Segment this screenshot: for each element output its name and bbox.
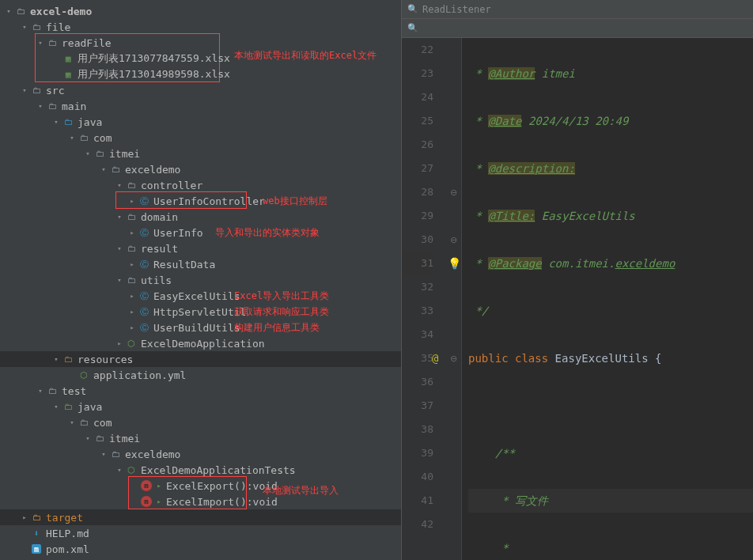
tree-folder-readfile[interactable]: ▾ 🗀 readFile 本地测试导出和读取的Excel文件 bbox=[0, 35, 401, 51]
chevron-right-icon[interactable]: ▸ bbox=[127, 292, 138, 300]
tree-folder-exceldemo[interactable]: ▾ 🗀 exceldemo bbox=[0, 161, 401, 177]
chevron-down-icon[interactable]: ▾ bbox=[51, 403, 62, 411]
tree-folder-src[interactable]: ▾ 🗀 src bbox=[0, 82, 401, 98]
tree-method-excelimport[interactable]: ▾ m ▸ ExcelImport():void bbox=[0, 494, 401, 509]
class-icon: Ⓒ bbox=[138, 226, 150, 239]
chevron-down-icon[interactable]: ▾ bbox=[19, 86, 30, 94]
tree-folder-controller[interactable]: ▾ 🗀 controller bbox=[0, 177, 401, 193]
tree-folder-result[interactable]: ▾ 🗀 result bbox=[0, 240, 401, 256]
chevron-right-icon[interactable]: ▸ bbox=[127, 308, 138, 316]
tree-class-userbuildutils[interactable]: ▸ Ⓒ UserBuildUtils 构建用户信息工具类 bbox=[0, 320, 401, 335]
tree-folder-test-com[interactable]: ▾ 🗀 com bbox=[0, 414, 401, 430]
tree-file-xlsx[interactable]: ▾ ▦ 用户列表1713077847559.xlsx bbox=[0, 51, 401, 66]
gutter-at-icon[interactable]: @ bbox=[432, 346, 438, 370]
chevron-down-icon[interactable]: ▾ bbox=[51, 355, 62, 363]
chevron-down-icon[interactable]: ▾ bbox=[51, 118, 62, 126]
chevron-down-icon[interactable]: ▾ bbox=[35, 39, 46, 47]
line-num: 28 bbox=[402, 180, 433, 204]
label: 用户列表1713077847559.xlsx bbox=[78, 51, 230, 66]
class-icon: Ⓒ bbox=[138, 321, 150, 334]
tree-file-help[interactable]: ▾ ⬇ HELP.md bbox=[0, 525, 401, 541]
chevron-down-icon[interactable]: ▾ bbox=[98, 165, 109, 173]
folder-icon: 🗀 bbox=[46, 100, 59, 112]
tree-file-appyml[interactable]: ▾ ⬡ application.yml bbox=[0, 367, 401, 383]
chevron-down-icon[interactable]: ▾ bbox=[3, 7, 14, 15]
tree-class-exceldemoapp[interactable]: ▸ ⬡ ExcelDemoApplication bbox=[0, 335, 401, 351]
label: itmei bbox=[109, 433, 140, 445]
tree-file-pom[interactable]: ▾ m pom.xml bbox=[0, 541, 401, 557]
tree-folder-com[interactable]: ▾ 🗀 com bbox=[0, 130, 401, 146]
tree-class-userinfo[interactable]: ▸ Ⓒ UserInfo 导入和导出的实体类对象 bbox=[0, 225, 401, 240]
tree-folder-java[interactable]: ▾ 🗀 java bbox=[0, 114, 401, 130]
chevron-right-icon[interactable]: ▸ bbox=[19, 513, 30, 521]
chevron-down-icon[interactable]: ▾ bbox=[19, 23, 30, 31]
tree-file-xlsx[interactable]: ▾ ▦ 用户列表1713014989598.xlsx bbox=[0, 66, 401, 82]
chevron-down-icon[interactable]: ▾ bbox=[114, 213, 125, 221]
chevron-right-icon[interactable]: ▸ bbox=[127, 197, 138, 205]
fold-icon[interactable]: ⊖ bbox=[446, 228, 461, 252]
line-num: 34 bbox=[402, 323, 433, 346]
project-tree-panel[interactable]: ▾ 🗀 excel-demo ▾ 🗀 file ▾ 🗀 readFile 本地测… bbox=[0, 0, 402, 560]
chevron-down-icon[interactable]: ▾ bbox=[82, 149, 93, 157]
search-bar-1[interactable]: 🔍 ReadListener bbox=[402, 0, 753, 19]
tree-class-resultdata[interactable]: ▸ Ⓒ ResultData bbox=[0, 256, 401, 272]
line-num: 33 bbox=[402, 299, 433, 323]
label: 用户列表1713014989598.xlsx bbox=[78, 67, 230, 81]
tree-class-httpservletutil[interactable]: ▸ Ⓒ HttpServletUtil 获取请求和响应工具类 bbox=[0, 304, 401, 320]
chevron-down-icon[interactable]: ▾ bbox=[35, 102, 46, 110]
fold-icon[interactable]: ⊖ bbox=[446, 180, 461, 204]
chevron-right-icon[interactable]: ▸ bbox=[127, 260, 138, 268]
line-num: 31 bbox=[402, 252, 433, 275]
tree-folder-test[interactable]: ▾ 🗀 test bbox=[0, 383, 401, 399]
tree-method-excelexport[interactable]: ▾ m ▸ ExcelExport():void 本地测试导出导入 bbox=[0, 478, 401, 494]
chevron-right-icon[interactable]: ▸ bbox=[127, 229, 138, 236]
label: test bbox=[62, 385, 86, 397]
line-num: 42 bbox=[402, 513, 433, 536]
tree-root[interactable]: ▾ 🗀 excel-demo bbox=[0, 3, 401, 19]
tree-folder-domain[interactable]: ▾ 🗀 domain bbox=[0, 209, 401, 225]
chevron-down-icon[interactable]: ▾ bbox=[66, 418, 78, 426]
line-num: 30 bbox=[402, 228, 433, 252]
tree-folder-itmei[interactable]: ▾ 🗀 itmei bbox=[0, 146, 401, 161]
chevron-down-icon[interactable]: ▾ bbox=[114, 244, 125, 252]
class-icon: Ⓒ bbox=[138, 305, 150, 318]
search-icon: 🔍 bbox=[407, 22, 419, 35]
tree-folder-utils[interactable]: ▾ 🗀 utils bbox=[0, 272, 401, 288]
line-num: 38 bbox=[402, 418, 433, 441]
label: resources bbox=[78, 354, 133, 365]
chevron-down-icon[interactable]: ▾ bbox=[66, 134, 78, 142]
search-bar-2[interactable]: 🔍 bbox=[402, 19, 753, 38]
chevron-down-icon[interactable]: ▾ bbox=[114, 466, 125, 474]
method-icon: m bbox=[141, 496, 152, 507]
chevron-down-icon[interactable]: ▾ bbox=[98, 450, 109, 458]
tree-folder-file[interactable]: ▾ 🗀 file bbox=[0, 19, 401, 35]
editor-panel: 🔍 ReadListener 🔍 22 23 24 25 26 27 28 29… bbox=[402, 0, 753, 560]
chevron-down-icon[interactable]: ▾ bbox=[82, 434, 93, 442]
tree-folder-resources[interactable]: ▾ 🗀 resources bbox=[0, 351, 401, 367]
code-editor[interactable]: 22 23 24 25 26 27 28 29 30 31 32 33 34 3… bbox=[402, 38, 753, 560]
chevron-down-icon[interactable]: ▾ bbox=[114, 276, 125, 284]
label: UserBuildUtils bbox=[153, 322, 240, 334]
annotation: Excel导入导出工具类 bbox=[234, 289, 329, 303]
code-text[interactable]: * @Author itmei * @Date 2024/4/13 20:49 … bbox=[462, 38, 753, 560]
tree-class-tests[interactable]: ▾ ⬡ ExcelDemoApplicationTests bbox=[0, 462, 401, 478]
tree-folder-target[interactable]: ▸ 🗀 target bbox=[0, 509, 401, 525]
chevron-right-icon[interactable]: ▸ bbox=[127, 324, 138, 331]
tree-folder-main[interactable]: ▾ 🗀 main bbox=[0, 98, 401, 114]
chevron-down-icon[interactable]: ▾ bbox=[35, 387, 46, 395]
src-folder-icon: 🗀 bbox=[62, 115, 74, 128]
tree-class-easyexcelutils[interactable]: ▸ Ⓒ EasyExcelUtils Excel导入导出工具类 bbox=[0, 288, 401, 304]
search-text: ReadListener bbox=[422, 4, 491, 15]
chevron-right-icon[interactable]: ▸ bbox=[114, 339, 125, 347]
tree-folder-test-exceldemo[interactable]: ▾ 🗀 exceldemo bbox=[0, 446, 401, 462]
fold-gutter[interactable]: ⊖ ⊖ 💡 @⊖ bbox=[446, 38, 462, 560]
tree-folder-test-itmei[interactable]: ▾ 🗀 itmei bbox=[0, 430, 401, 446]
label: ExcelDemoApplicationTests bbox=[141, 464, 296, 476]
tree-folder-test-java[interactable]: ▾ 🗀 java bbox=[0, 399, 401, 414]
search-icon: 🔍 bbox=[407, 3, 419, 16]
label: ResultData bbox=[153, 259, 215, 271]
tree-class-userinfocontroller[interactable]: ▸ Ⓒ UserInfoController web接口控制层 bbox=[0, 193, 401, 209]
chevron-down-icon[interactable]: ▾ bbox=[114, 181, 125, 189]
label: ExcelExport():void bbox=[166, 480, 278, 492]
intention-bulb-icon[interactable]: 💡 bbox=[448, 252, 461, 275]
